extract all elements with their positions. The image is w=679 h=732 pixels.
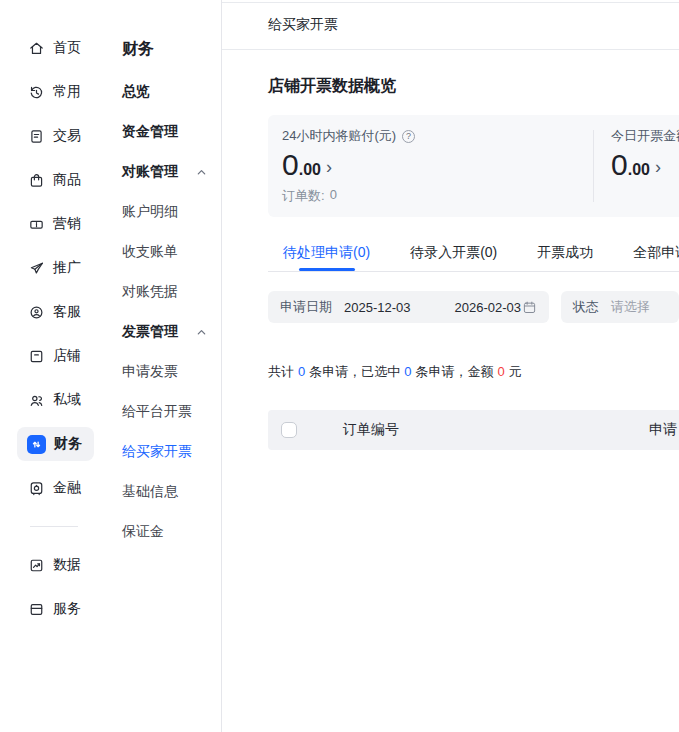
tab-pending-entry[interactable]: 待录入开票(0) [408,238,499,271]
filter-bar: 申请日期 2025-12-03 2026-02-03 状态 请选择 [268,291,679,323]
rail-label: 交易 [53,127,81,145]
submenu-item-funds-management[interactable]: 资金管理 [104,112,221,152]
archive-icon [28,601,45,618]
rail-label: 私域 [53,391,81,409]
stat-label: 今日开票金额 [611,127,679,145]
rail-label: 金融 [53,479,81,497]
rail-item-promotion[interactable]: 推广 [0,246,104,290]
send-icon [28,260,45,277]
stat-today-invoiced: 今日开票金额 0 .00 › [594,127,679,205]
stat-value-dec: .00 [299,161,321,179]
home-icon [28,40,45,57]
rail-item-data[interactable]: 数据 [0,543,104,587]
submenu-item-overview[interactable]: 总览 [104,72,221,112]
rail-item-trade[interactable]: 交易 [0,114,104,158]
invoice-tabs: 待处理申请(0) 待录入开票(0) 开票成功 全部申请 [268,238,679,272]
submenu-item-deposit[interactable]: 保证金 [104,512,221,552]
bag-icon [28,172,45,189]
invoice-overview-section: 店铺开票数据概览 24小时内将赔付(元) ? 0 .00 › 订单数: 0 [222,50,679,450]
stat-value-dec: .00 [628,161,650,179]
finance-submenu: 财务 总览 资金管理 对账管理 账户明细 收支账单 对账凭据 发票管理 申请发票… [104,0,221,732]
date-end-value[interactable]: 2026-02-03 [455,300,522,315]
amount-value: 0 [497,364,504,379]
stat-value-link[interactable]: 0 .00 › [282,147,593,183]
order-count-label: 订单数: [282,187,325,205]
icon-rail: 首页 常用 交易 商品 [0,0,104,732]
submenu-item-invoice-to-buyer[interactable]: 给买家开票 [104,432,221,472]
selection-summary: 共计0条申请，已选中0条申请，金额0元 [268,363,679,381]
rail-label: 商品 [53,171,81,189]
order-count-value: 0 [330,187,337,205]
submenu-item-invoice-to-platform[interactable]: 给平台开票 [104,392,221,432]
main-content: 给买家开票 店铺开票数据概览 24小时内将赔付(元) ? 0 .00 › 订单 [222,0,679,732]
date-start-value[interactable]: 2025-12-03 [344,300,411,315]
rail-label: 财务 [54,435,82,453]
selected-count: 0 [404,364,411,379]
select-all-checkbox[interactable] [281,422,297,438]
vault-icon [28,480,45,497]
coupon-icon [28,216,45,233]
rail-label: 数据 [53,556,81,574]
rail-item-financial[interactable]: 金融 [0,466,104,510]
tab-pending-requests[interactable]: 待处理申请(0) [281,238,372,271]
submenu-item-income-expense-bill[interactable]: 收支账单 [104,232,221,272]
submenu-title: 财务 [104,26,221,72]
breadcrumb-label: 给买家开票 [268,16,338,34]
stats-card: 24小时内将赔付(元) ? 0 .00 › 订单数: 0 [268,115,679,217]
rail-label: 店铺 [53,347,81,365]
rail-label: 推广 [53,259,81,277]
calendar-icon [522,300,537,315]
rail-item-private-domain[interactable]: 私域 [0,378,104,422]
rail-label: 服务 [53,600,81,618]
stat-value-link[interactable]: 0 .00 › [611,147,679,183]
date-range-picker[interactable]: 申请日期 2025-12-03 2026-02-03 [268,291,549,323]
stat-compensation-24h: 24小时内将赔付(元) ? 0 .00 › 订单数: 0 [268,127,593,205]
rail-divider [30,526,78,527]
submenu-item-account-details[interactable]: 账户明细 [104,192,221,232]
stat-label: 24小时内将赔付(元) [282,127,396,145]
status-select[interactable]: 状态 请选择 [561,291,679,323]
rail-item-customer-service[interactable]: 客服 [0,290,104,334]
submenu-item-invoice-management[interactable]: 发票管理 [104,312,221,352]
history-icon [28,84,45,101]
breadcrumb: 给买家开票 [222,0,679,50]
table-header-row: 订单编号 申请 [268,410,679,450]
rail-item-frequent[interactable]: 常用 [0,70,104,114]
help-circle-icon[interactable]: ? [402,130,415,143]
column-order-number: 订单编号 [343,421,399,439]
rail-label: 营销 [53,215,81,233]
users-icon [28,392,45,409]
rail-item-home[interactable]: 首页 [0,26,104,70]
chevron-right-icon[interactable]: › [655,158,661,176]
rail-item-services[interactable]: 服务 [0,587,104,631]
rail-item-products[interactable]: 商品 [0,158,104,202]
tab-all-requests[interactable]: 全部申请 [631,238,679,271]
finance-icon [27,435,46,454]
status-filter-label: 状态 [573,298,599,316]
left-navigation: 首页 常用 交易 商品 [0,0,222,732]
rail-label: 常用 [53,83,81,101]
date-filter-label: 申请日期 [280,298,332,316]
stat-value-int: 0 [282,147,299,183]
chevron-up-icon [196,167,207,178]
submenu-item-reconciliation-voucher[interactable]: 对账凭据 [104,272,221,312]
app-window: 首页 常用 交易 商品 [0,0,679,732]
headset-icon [28,304,45,321]
submenu-item-request-invoice[interactable]: 申请发票 [104,352,221,392]
tab-invoiced-success[interactable]: 开票成功 [535,238,595,271]
document-icon [28,128,45,145]
page-title: 店铺开票数据概览 [268,76,679,96]
chart-icon [28,557,45,574]
submenu-item-basic-info[interactable]: 基础信息 [104,472,221,512]
rail-item-marketing[interactable]: 营销 [0,202,104,246]
rail-label: 客服 [53,303,81,321]
rail-item-shop[interactable]: 店铺 [0,334,104,378]
status-placeholder: 请选择 [611,298,650,316]
stat-value-int: 0 [611,147,628,183]
rail-item-finance[interactable]: 财务 [0,422,104,466]
submenu-item-reconciliation-management[interactable]: 对账管理 [104,152,221,192]
chevron-right-icon[interactable]: › [326,158,332,176]
shop-icon [28,348,45,365]
column-apply: 申请 [649,421,677,439]
chevron-up-icon [196,327,207,338]
